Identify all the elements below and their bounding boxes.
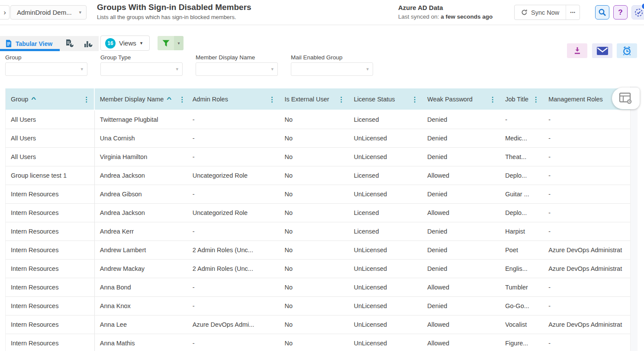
table-cell: Andrea Jackson (95, 204, 187, 222)
table-cell: Intern Resources (6, 204, 95, 222)
column-header-weak-password[interactable]: Weak Password ⋮ (422, 88, 500, 110)
table-cell: Guitar ... (500, 185, 543, 203)
chevron-down-icon: ▾ (271, 66, 274, 72)
top-bar: › AdminDroid Dem... ▾ Groups With Sign-i… (0, 0, 644, 25)
column-header-license-status[interactable]: License Status ⋮ (348, 88, 422, 110)
table-cell: Theat... (500, 148, 543, 166)
table-row[interactable]: Intern Resources Andrea Kerr - No Licens… (6, 222, 630, 241)
table-cell: - (187, 297, 280, 315)
table-cell: Licensed (348, 222, 422, 240)
column-menu-icon[interactable]: ⋮ (338, 95, 345, 103)
filter-label-member-display-name: Member Display Name (196, 54, 255, 61)
tenant-name: AdminDroid Dem... (17, 9, 72, 16)
column-label: License Status (354, 96, 395, 103)
column-chooser-button[interactable] (612, 88, 640, 109)
question-mark-icon: ? (618, 8, 622, 17)
filter-label-mail-enabled-group: Mail Enabled Group (291, 54, 342, 61)
table-row[interactable]: All Users Virginia Hamilton - No UnLicen… (6, 148, 630, 166)
table-cell: Andrea Kerr (95, 222, 187, 240)
schedule-alert-button[interactable] (617, 43, 637, 58)
table-cell: - (187, 148, 280, 166)
views-dropdown-button[interactable]: 16 Views ▾ (100, 36, 150, 51)
filter-select-member-display-name[interactable]: ▾ (196, 62, 278, 76)
download-button[interactable] (567, 43, 587, 58)
report-table: Group ^ ⋮ Member Display Name ^ ⋮ Admin … (5, 88, 630, 351)
help-button[interactable]: ? (613, 5, 628, 20)
table-cell: - (543, 334, 630, 351)
table-cell: UnLicensed (348, 129, 422, 147)
table-cell: Andrea Jackson (95, 166, 187, 185)
table-row[interactable]: Intern Resources Andrew Mackay 2 Admin R… (6, 260, 630, 278)
filter-select-mail-enabled-group[interactable]: ▾ (291, 62, 373, 76)
search-button[interactable] (595, 5, 609, 20)
column-header-admin-roles[interactable]: Admin Roles ⋮ (187, 88, 280, 110)
table-row[interactable]: Intern Resources Andrew Lambert 2 Admin … (6, 241, 630, 260)
table-row[interactable]: Intern Resources Anna Bond - No UnLicens… (6, 278, 630, 297)
table-cell: Poet (500, 241, 543, 259)
filter-select-group-type[interactable]: ▾ (100, 62, 183, 76)
ellipsis-icon: ••• (570, 10, 576, 15)
column-menu-icon[interactable]: ⋮ (411, 95, 418, 103)
table-cell: - (187, 185, 280, 203)
column-header-is-external-user[interactable]: Is External User ⋮ (280, 88, 349, 110)
table-cell: No (280, 204, 349, 222)
table-cell: Virginia Hamilton (95, 148, 187, 166)
table-row[interactable]: Intern Resources Anna Knox - No UnLicens… (6, 297, 630, 315)
table-cell: - (543, 129, 630, 147)
filter-label-group-type: Group Type (100, 54, 131, 61)
table-cell: UnLicensed (348, 185, 422, 203)
tab-tabular-view-label: Tabular View (16, 40, 52, 47)
table-cell: Anna Mathis (95, 334, 187, 351)
table-cell: - (187, 334, 280, 351)
active-tab-underline (0, 49, 60, 51)
table-cell: Intern Resources (6, 334, 95, 351)
table-row[interactable]: Intern Resources Anna Mathis - No UnLice… (6, 334, 630, 351)
vertical-scrollbar[interactable] (630, 87, 638, 351)
filter-dropdown-button[interactable]: ▾ (174, 36, 184, 50)
scheduled-tasks-button[interactable] (631, 5, 644, 20)
column-label: Group (11, 96, 28, 103)
table-cell: No (280, 166, 349, 185)
column-header-group[interactable]: Group ^ ⋮ (6, 88, 95, 110)
email-button[interactable] (592, 43, 612, 58)
table-row[interactable]: Group license test 1 Andrea Jackson Unca… (6, 166, 630, 185)
sort-ascending-icon: ^ (167, 96, 171, 102)
table-settings-icon (619, 92, 633, 104)
filter-button[interactable] (158, 36, 174, 50)
table-header-row: Group ^ ⋮ Member Display Name ^ ⋮ Admin … (6, 88, 630, 110)
tenant-selector[interactable]: AdminDroid Dem... ▾ (10, 5, 87, 20)
table-row[interactable]: All Users Twitternage Plugbital - No Lic… (6, 110, 630, 129)
table-cell: Figure... (500, 334, 543, 351)
table-body: All Users Twitternage Plugbital - No Lic… (6, 110, 630, 351)
table-cell: Anna Bond (95, 278, 187, 296)
page-subtitle: Lists all the groups which has sign-in b… (97, 14, 236, 20)
table-row[interactable]: Intern Resources Anna Lee Azure DevOps A… (6, 315, 630, 334)
views-label: Views (119, 39, 136, 47)
sync-now-button[interactable]: Sync Now (515, 5, 566, 20)
table-row[interactable]: Intern Resources Andrea Jackson Uncatego… (6, 204, 630, 222)
table-cell: Allowed (422, 166, 500, 185)
sidebar-expand-button[interactable]: › (0, 5, 10, 20)
column-header-job-title[interactable]: Job Title ⋮ (500, 88, 543, 110)
table-cell: - (500, 110, 543, 129)
sync-more-button[interactable]: ••• (566, 5, 580, 20)
chevron-down-icon: ▾ (177, 41, 180, 46)
table-row[interactable]: Intern Resources Andrea Gibson - No UnLi… (6, 185, 630, 204)
tab-report-view[interactable] (61, 36, 79, 51)
table-cell: Una Cornish (95, 129, 187, 147)
filter-select-group[interactable]: ▾ (5, 62, 87, 76)
column-menu-icon[interactable]: ⋮ (179, 95, 186, 103)
table-cell: No (280, 129, 349, 147)
table-row[interactable]: All Users Una Cornish - No UnLicensed De… (6, 129, 630, 148)
column-menu-icon[interactable]: ⋮ (532, 95, 539, 103)
column-header-member-display-name[interactable]: Member Display Name ^ ⋮ (95, 88, 187, 110)
column-menu-icon[interactable]: ⋮ (269, 95, 276, 103)
table-cell: Intern Resources (6, 260, 95, 278)
table-cell: - (543, 110, 630, 129)
chevron-down-icon: ▾ (79, 10, 81, 15)
table-cell: - (543, 185, 630, 203)
column-menu-icon[interactable]: ⋮ (489, 95, 496, 103)
tab-tabular-view[interactable]: Tabular View (0, 40, 61, 47)
column-menu-icon[interactable]: ⋮ (83, 95, 90, 103)
tab-chart-view[interactable] (79, 36, 98, 51)
